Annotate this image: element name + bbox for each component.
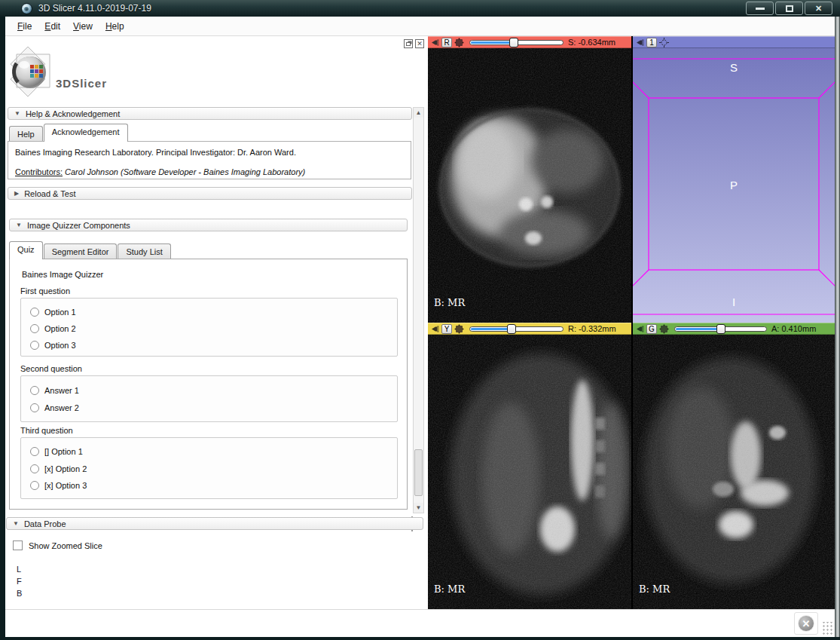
question-2-label: Second question <box>20 364 82 373</box>
pin-icon[interactable] <box>636 325 644 333</box>
collapse-arrow-icon: ▼ <box>13 520 19 527</box>
green-slice-slider[interactable] <box>674 324 767 334</box>
menu-view[interactable]: View <box>68 18 98 35</box>
quiz-content-frame: Baines Image Quizzer First question Opti… <box>9 259 408 510</box>
radio-option[interactable]: Option 3 <box>30 340 76 351</box>
red-slice-slider[interactable] <box>469 38 564 47</box>
green-view-menu-button[interactable]: G <box>646 324 657 334</box>
radio-icon[interactable] <box>30 447 39 456</box>
slider-handle[interactable] <box>716 324 725 334</box>
radio-icon[interactable] <box>30 464 39 473</box>
quizzer-tabbar: Quiz Segment Editor Study List <box>9 240 172 259</box>
minimize-icon <box>756 8 765 10</box>
radio-option[interactable]: Option 2 <box>30 323 76 334</box>
radio-icon[interactable] <box>30 324 39 333</box>
red-slice-offset: S: -0.634mm <box>568 38 631 47</box>
window-title: 3D Slicer 4.11.0-2019-07-19 <box>38 3 151 14</box>
float-panel-icon[interactable] <box>404 39 413 48</box>
checkbox-icon[interactable] <box>13 540 23 550</box>
question-2-group: Answer 1 Answer 2 <box>20 375 398 422</box>
data-probe-header[interactable]: ▼ Data Probe <box>6 517 423 530</box>
status-bar: ✕ <box>5 609 835 637</box>
quiz-heading: Baines Image Quizzer <box>22 270 103 279</box>
slider-handle[interactable] <box>509 38 518 47</box>
radio-icon[interactable] <box>30 403 39 412</box>
red-slice-view[interactable]: B: MR <box>428 48 631 323</box>
scroll-down-icon[interactable]: ▼ <box>414 503 423 513</box>
panel-scrollbar[interactable]: ▲ ▼ <box>413 107 424 513</box>
crosshair-icon[interactable] <box>659 38 669 47</box>
yellow-slice-bar: Y R: -0.332mm <box>428 323 631 335</box>
help-ack-header[interactable]: ▼ Help & Acknowledgement <box>8 107 412 120</box>
viewer-layout: R S: -0.634mm 1 <box>428 36 835 609</box>
menu-edit[interactable]: Edit <box>39 18 66 35</box>
help-ack-title: Help & Acknowledgement <box>26 109 120 118</box>
question-1-group: Option 1 Option 2 Option 3 <box>20 298 398 357</box>
status-close-button[interactable]: ✕ <box>794 612 818 635</box>
question-3-label: Third question <box>20 426 73 435</box>
close-panel-icon[interactable]: ✕ <box>415 39 424 48</box>
scrollbar-thumb[interactable] <box>414 449 423 496</box>
scroll-up-icon[interactable]: ▲ <box>414 108 423 118</box>
yellow-slice-slider[interactable] <box>469 324 564 334</box>
radio-option[interactable]: [] Option 1 <box>30 446 83 457</box>
radio-option[interactable]: Answer 1 <box>30 385 79 396</box>
tab-quiz[interactable]: Quiz <box>9 241 43 259</box>
tab-segment-editor[interactable]: Segment Editor <box>44 243 118 259</box>
tab-help[interactable]: Help <box>9 126 43 142</box>
green-slice-view[interactable]: B: MR <box>633 335 835 609</box>
pin-icon[interactable] <box>636 38 644 47</box>
radio-icon[interactable] <box>30 481 39 490</box>
close-icon: ✕ <box>815 4 822 14</box>
green-corner-annotation: B: MR <box>639 583 670 595</box>
threed-view[interactable]: S P I <box>633 48 835 323</box>
radio-option[interactable]: Answer 2 <box>30 403 79 413</box>
maximize-icon <box>786 5 793 12</box>
module-panel: ✕ 3DSlicer ▼ <box>5 36 428 609</box>
pin-icon[interactable] <box>431 38 439 47</box>
app-logo-icon <box>21 3 32 14</box>
orientation-label-s: S <box>633 61 835 74</box>
orientation-label-i: I <box>633 296 835 308</box>
menu-help[interactable]: Help <box>100 18 130 35</box>
question-3-group: [] Option 1 [x] Option 2 [x] Option 3 <box>20 437 398 499</box>
yellow-slice-view[interactable]: B: MR <box>428 335 631 609</box>
radio-option[interactable]: [x] Option 2 <box>30 464 87 474</box>
slider-handle[interactable] <box>507 324 516 334</box>
checkbox-label: Show Zoomed Slice <box>29 541 102 550</box>
radio-option[interactable]: [x] Option 3 <box>30 480 87 491</box>
radio-icon[interactable] <box>30 341 39 350</box>
slicer-logo: 3DSlicer <box>9 45 160 107</box>
axis-label-l: L <box>17 565 21 574</box>
yellow-view-menu-button[interactable]: Y <box>441 324 452 334</box>
show-zoomed-slice-row[interactable]: Show Zoomed Slice <box>13 540 102 550</box>
contributors-text: Contributors: Carol Johnson (Software De… <box>15 167 305 176</box>
tab-study-list[interactable]: Study List <box>118 243 170 259</box>
slice-visibility-icon[interactable] <box>659 324 669 334</box>
slice-visibility-icon[interactable] <box>454 324 464 334</box>
red-slice-bar: R S: -0.634mm <box>428 36 631 48</box>
window-right-border <box>835 17 840 637</box>
slice-visibility-icon[interactable] <box>454 38 464 47</box>
tab-acknowledgement[interactable]: Acknowledgement <box>44 124 128 142</box>
maximize-button[interactable] <box>775 2 803 15</box>
menu-file[interactable]: File <box>12 18 37 35</box>
orientation-label-p: P <box>633 179 835 191</box>
radio-icon[interactable] <box>30 386 39 395</box>
resize-grip[interactable] <box>823 622 833 635</box>
red-view-menu-button[interactable]: R <box>441 38 452 47</box>
green-slice-bar: G A: 0.410mm <box>633 323 835 335</box>
close-button[interactable]: ✕ <box>805 2 832 15</box>
radio-option[interactable]: Option 1 <box>30 307 76 317</box>
quizzer-header[interactable]: ▼ Image Quizzer Components <box>9 219 408 231</box>
threed-view-menu-button[interactable]: 1 <box>646 38 657 47</box>
reload-test-header[interactable]: ▶ Reload & Test <box>8 187 412 200</box>
pin-icon[interactable] <box>431 325 439 333</box>
minimize-button[interactable] <box>746 2 774 15</box>
help-ack-tabbar: Help Acknowledgement <box>9 124 129 142</box>
mr-axial-image <box>428 48 631 323</box>
yellow-slice-offset: R: -0.332mm <box>568 324 631 333</box>
data-probe-title: Data Probe <box>24 519 66 528</box>
question-1-label: First question <box>20 286 70 296</box>
radio-icon[interactable] <box>30 308 39 317</box>
